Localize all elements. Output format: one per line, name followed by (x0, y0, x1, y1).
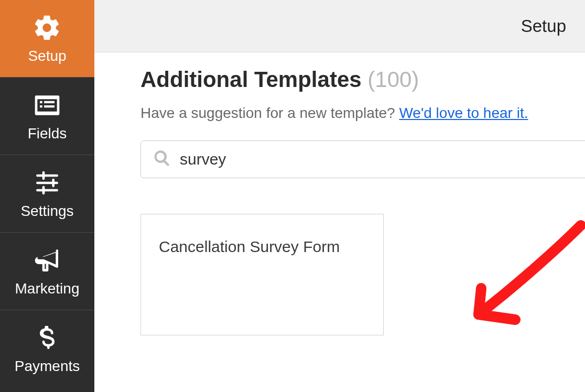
suggestion-link[interactable]: We'd love to hear it. (399, 105, 528, 121)
main-panel: Setup Additional Templates (100) Have a … (94, 0, 585, 392)
app-root: Setup Fields Settings Marketing Payments (0, 0, 585, 392)
content-area: Additional Templates (100) Have a sugges… (94, 52, 585, 392)
search-icon (153, 149, 171, 170)
topbar-title: Setup (521, 16, 566, 36)
list-icon (32, 91, 62, 120)
search-input[interactable] (180, 150, 585, 168)
suggestion-line: Have a suggestion for a new template? We… (140, 105, 585, 122)
sidebar-item-settings[interactable]: Settings (0, 155, 94, 233)
sidebar-item-label: Marketing (15, 280, 80, 297)
sliders-icon (32, 168, 62, 198)
heading-text: Additional Templates (140, 67, 362, 92)
template-search[interactable] (140, 140, 585, 178)
topbar: Setup (94, 0, 585, 52)
dollar-icon (32, 323, 62, 353)
page-title: Additional Templates (100) (140, 67, 585, 92)
template-card-title: Cancellation Survey Form (159, 236, 365, 258)
sidebar: Setup Fields Settings Marketing Payments (0, 0, 94, 392)
sidebar-item-payments[interactable]: Payments (0, 310, 94, 388)
bullhorn-icon (32, 246, 62, 275)
sidebar-item-marketing[interactable]: Marketing (0, 233, 94, 310)
suggestion-text: Have a suggestion for a new template? (140, 105, 399, 121)
sidebar-item-label: Fields (28, 125, 67, 142)
sidebar-item-label: Setup (28, 48, 66, 64)
heading-count: (100) (367, 67, 419, 92)
gear-icon (32, 13, 62, 42)
template-card-cancellation-survey[interactable]: Cancellation Survey Form (140, 214, 384, 335)
arrow-annotation (450, 210, 585, 348)
sidebar-item-label: Settings (20, 203, 73, 220)
sidebar-item-setup[interactable]: Setup (0, 0, 94, 78)
sidebar-item-fields[interactable]: Fields (0, 78, 94, 155)
sidebar-item-label: Payments (15, 358, 80, 375)
